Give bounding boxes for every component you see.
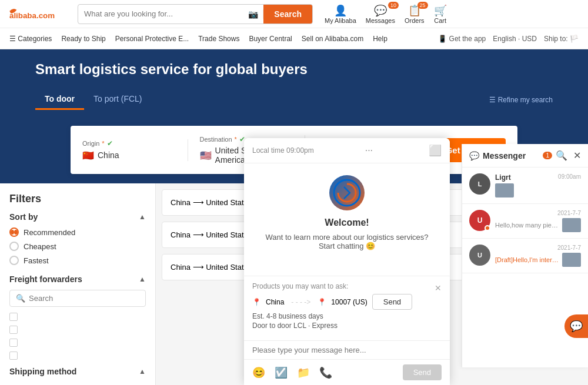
- freight-search-icon: 🔍: [16, 294, 25, 303]
- messenger-title: Messenger: [483, 151, 539, 160]
- chat-overlay: Local time 09:00pm ··· ⬜ Welcome! Want t…: [244, 138, 450, 385]
- location-to-icon: 📍: [318, 298, 326, 306]
- message-item-1[interactable]: L Ligrt 09:00am: [462, 168, 588, 204]
- route-label-2: China ⟶ United States: [171, 230, 252, 239]
- orders-nav[interactable]: 📋 25 Orders: [405, 4, 425, 24]
- tab-to-port[interactable]: To port (FCL): [84, 89, 151, 110]
- messenger-header: 💬 Messenger 1 🔍 ✕: [462, 144, 588, 168]
- radio-fastest: [9, 256, 19, 265]
- chat-send-button[interactable]: Send: [403, 364, 442, 380]
- nav-ready-to-ship[interactable]: Ready to Ship: [61, 35, 105, 43]
- phone-icon[interactable]: 📞: [319, 366, 332, 379]
- hero-tab-bar: To door To port (FCL) ☰ Refine my search: [35, 87, 553, 110]
- my-alibaba-nav[interactable]: 👤 My Alibaba: [325, 4, 356, 24]
- route-label-3: China ⟶ United States: [171, 263, 252, 272]
- sort-recommended-label: Recommended: [24, 228, 75, 237]
- online-indicator-2: [485, 225, 490, 231]
- freight-checkbox-3[interactable]: [9, 339, 146, 347]
- shipping-collapse-icon: ▲: [139, 367, 146, 376]
- product-send-button[interactable]: Send: [372, 294, 412, 310]
- nav-sell-on-alibaba[interactable]: Sell on Alibaba.com: [302, 35, 363, 43]
- message-item-3[interactable]: U 2021-7-7 [Draft]Hello,I'm interested..…: [462, 239, 588, 273]
- emoji-icon[interactable]: 😊: [252, 366, 265, 379]
- msg-preview-2: Hello,how many piece...: [495, 222, 559, 229]
- language-selector[interactable]: English · USD: [493, 35, 537, 43]
- cart-label: Cart: [434, 17, 446, 24]
- nav-trade-shows[interactable]: Trade Shows: [198, 35, 239, 43]
- nav-personal-protective[interactable]: Personal Protective E...: [115, 35, 189, 43]
- nav-help[interactable]: Help: [373, 35, 387, 43]
- messages-badge: 10: [388, 2, 399, 9]
- nav-icons: 👤 My Alibaba 💬 10 Messages 📋 25 Orders 🛒…: [325, 4, 447, 24]
- msg-avatar-text-2: U: [477, 216, 483, 225]
- sort-by-collapse-icon: ▲: [139, 213, 146, 221]
- shipping-method-section: Shipping method ▲: [9, 367, 146, 376]
- msg-time-2: 2021-7-7: [557, 210, 581, 216]
- search-button[interactable]: Search: [263, 4, 312, 24]
- sort-cheapest[interactable]: Cheapest: [9, 242, 146, 251]
- chat-more-icon[interactable]: ···: [365, 145, 373, 156]
- freight-label: Freight forwarders: [9, 274, 82, 284]
- checkbox-2: [9, 326, 18, 334]
- chat-product-to: 10007 (US): [331, 298, 367, 306]
- origin-value[interactable]: 🇨🇳 China: [82, 150, 176, 161]
- msg-avatar-2: U: [469, 210, 490, 231]
- tab-to-door[interactable]: To door: [35, 89, 84, 110]
- route-arrow-icon: - - - ->: [291, 298, 310, 306]
- hero-section: Smart logistics service for global buyer…: [0, 49, 588, 126]
- cart-icon: 🛒: [434, 4, 447, 17]
- messenger-search-button[interactable]: 🔍: [556, 150, 567, 161]
- sort-fastest[interactable]: Fastest: [9, 256, 146, 265]
- folder-icon[interactable]: 📁: [297, 366, 310, 379]
- refine-search-button[interactable]: ☰ Refine my search: [489, 96, 553, 104]
- checklist-icon[interactable]: ☑️: [275, 366, 288, 379]
- chat-expand-icon[interactable]: ⬜: [429, 144, 442, 157]
- camera-icon: 📷: [243, 9, 263, 19]
- msg-content-2: 2021-7-7 Hello,how many piece...: [495, 210, 581, 232]
- msg-content-1: Ligrt 09:00am: [495, 173, 581, 197]
- checkbox-4: [9, 351, 18, 360]
- orders-badge: 25: [417, 2, 428, 9]
- chat-product-est: Est. 4-8 business days: [252, 312, 442, 320]
- chat-input-bar: [244, 340, 450, 359]
- nav-buyer-central[interactable]: Buyer Central: [249, 35, 292, 43]
- nav-categories[interactable]: ☰ Categories: [9, 35, 52, 43]
- chat-message-input[interactable]: [252, 346, 442, 354]
- origin-flag: 🇨🇳: [82, 150, 94, 161]
- msg-name-1: Ligrt: [495, 173, 511, 182]
- messages-nav[interactable]: 💬 10 Messages: [366, 4, 395, 24]
- sort-by-label: Sort by: [9, 212, 38, 222]
- messenger-badge: 1: [543, 152, 552, 159]
- chat-product-close-button[interactable]: ✕: [435, 283, 442, 293]
- chat-brand-logo: [329, 175, 365, 210]
- messages-icon: 💬: [374, 4, 387, 17]
- logo[interactable]: alibaba.com: [9, 6, 68, 22]
- chat-product-type: Door to door LCL · Express: [252, 322, 442, 330]
- sort-fastest-label: Fastest: [24, 256, 49, 265]
- freight-header[interactable]: Freight forwarders ▲: [9, 274, 146, 284]
- search-bar: 📷 Search: [78, 4, 313, 24]
- freight-checkbox-2[interactable]: [9, 326, 146, 334]
- sort-by-header[interactable]: Sort by ▲: [9, 212, 146, 222]
- shipping-header[interactable]: Shipping method ▲: [9, 367, 146, 376]
- sort-cheapest-label: Cheapest: [24, 242, 56, 251]
- cart-nav[interactable]: 🛒 Cart: [434, 4, 447, 24]
- chat-product-title: Products you may want to ask:: [252, 282, 348, 290]
- location-from-icon: 📍: [252, 298, 261, 306]
- float-chat-button[interactable]: 💬: [564, 314, 588, 338]
- messenger-close-button[interactable]: ✕: [573, 150, 581, 161]
- freight-checkbox-1[interactable]: [9, 313, 146, 321]
- chat-product-bar: Products you may want to ask: ✕ 📍 China …: [244, 276, 450, 340]
- freight-checkbox-4[interactable]: [9, 351, 146, 360]
- message-item-2[interactable]: U 2021-7-7 Hello,how many piece...: [462, 204, 588, 239]
- search-input[interactable]: [78, 9, 243, 18]
- chat-product-route: 📍 China - - - -> 📍 10007 (US) Send: [252, 294, 442, 310]
- sort-recommended[interactable]: Recommended: [9, 227, 146, 237]
- get-app[interactable]: 📱 Get the app: [438, 35, 486, 43]
- my-alibaba-label: My Alibaba: [325, 17, 356, 24]
- freight-collapse-icon: ▲: [139, 275, 146, 283]
- chat-subtitle-text: Want to learn more about our logistics s…: [266, 233, 429, 250]
- freight-search-input[interactable]: [29, 294, 139, 303]
- ship-to[interactable]: Ship to: 🏳️: [544, 35, 579, 43]
- orders-label: Orders: [405, 17, 425, 24]
